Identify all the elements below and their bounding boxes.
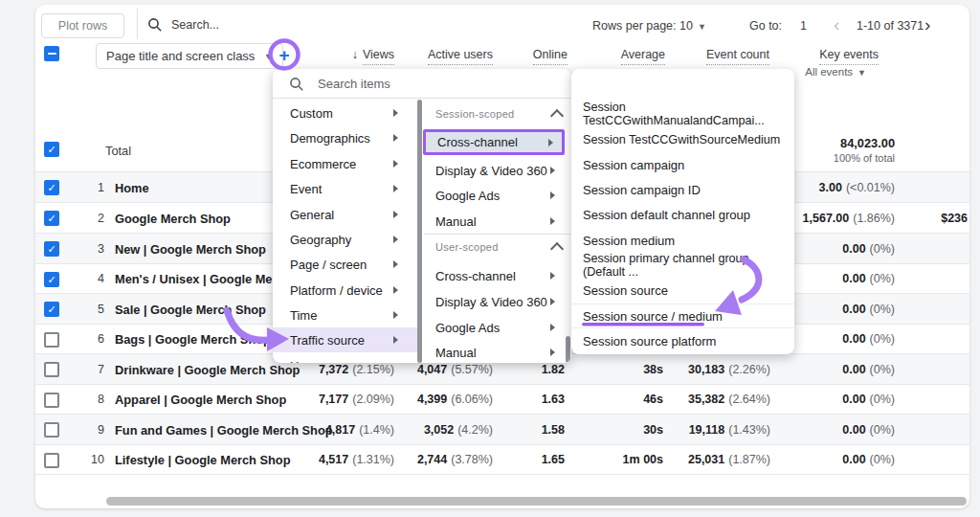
collapse-icon[interactable] [550, 109, 564, 123]
table-row[interactable]: 9 Fun and Games | Google Merch Shop 4,81… [35, 415, 969, 445]
submenu-item-google-ads-user[interactable]: Google Ads [424, 315, 568, 340]
row-checkbox[interactable] [44, 422, 59, 438]
dimension-option[interactable]: Session primary channel group (Default .… [571, 253, 794, 278]
prev-page-icon[interactable]: ‹ [834, 17, 839, 33]
active-users-cell: 4,399(6.06%) [417, 385, 493, 414]
next-page-icon[interactable]: › [924, 17, 930, 33]
submenu-arrow-icon [393, 336, 398, 344]
goto-label: Go to: [749, 19, 782, 33]
column-header-active-users[interactable]: Active users [428, 48, 493, 65]
search-input[interactable]: Search... [171, 18, 219, 32]
toolbar-divider [137, 9, 138, 39]
column-header-views[interactable]: ↓ Views [352, 48, 394, 65]
row-checkbox[interactable]: ✓ [44, 272, 59, 287]
total-row-checkbox[interactable]: ✓ [44, 142, 59, 157]
key-events-cell: 1,567.00(1.86%) [803, 203, 895, 233]
menu-item-general[interactable]: General [273, 202, 418, 227]
select-all-checkbox[interactable] [44, 46, 59, 61]
menu-item-platform-device[interactable]: Platform / device [273, 278, 418, 303]
dimension-option[interactable]: Session source platform [571, 328, 794, 353]
row-index: 8 [79, 393, 104, 406]
submenu-arrow-icon [550, 167, 555, 174]
plot-rows-button[interactable]: Plot rows [41, 13, 124, 38]
dimension-option[interactable]: Session medium [571, 228, 794, 253]
row-index: 4 [79, 272, 104, 285]
horizontal-scrollbar[interactable] [106, 497, 967, 506]
submenu-item-manual-session[interactable]: Manual [424, 209, 568, 234]
row-checkbox[interactable] [44, 393, 59, 408]
column-header-event-count[interactable]: Event count [706, 48, 769, 65]
row-index: 10 [79, 453, 104, 466]
dimension-option[interactable]: Session TestCCGwithManualandCampai... [571, 101, 794, 126]
menu-item-event[interactable]: Event [273, 176, 418, 201]
menu-search-input[interactable]: Search items [318, 77, 390, 91]
goto-input[interactable]: 1 [800, 19, 807, 33]
row-index: 3 [79, 242, 104, 256]
submenu-item-cross-channel-user[interactable]: Cross-channel [424, 263, 568, 288]
key-events-filter[interactable]: All events▼ [805, 66, 866, 78]
menu-item-user[interactable]: User [273, 353, 418, 363]
dimension-option[interactable]: Session source [571, 278, 794, 303]
submenu-arrow-icon [550, 324, 555, 331]
rows-per-page-select[interactable]: 10▼ [679, 19, 706, 33]
row-label: Drinkware | Google Merch Shop [115, 362, 300, 376]
total-key-events-share: 100% of total [834, 152, 895, 164]
views-cell: 7,177(2.09%) [319, 385, 394, 414]
dimension-option[interactable]: Session campaign ID [571, 177, 794, 202]
dimension-option[interactable]: Session default channel group [571, 202, 794, 227]
row-index: 6 [79, 332, 104, 346]
dimension-selector[interactable]: Page title and screen class▼ [96, 43, 283, 69]
menu-item-custom[interactable]: Custom [273, 101, 418, 125]
row-checkbox[interactable]: ✓ [44, 302, 59, 317]
row-index: 2 [79, 212, 104, 225]
views-cell: 4,517(1.31%) [319, 445, 394, 474]
submenu-item-dv360-session[interactable]: Display & Video 360 [424, 158, 568, 183]
row-index: 7 [79, 363, 104, 376]
session-scoped-header[interactable]: Session-scoped [435, 108, 514, 120]
submenu-item-dv360-user[interactable]: Display & Video 360 [424, 289, 568, 314]
column-header-online[interactable]: Online [533, 48, 568, 65]
submenu-arrow-icon [393, 185, 398, 192]
submenu-item-cross-channel-session[interactable]: Cross-channel [423, 129, 565, 155]
collapse-icon[interactable] [550, 242, 564, 256]
dimension-option[interactable]: Session TestCCGwithSourceMedium [571, 127, 794, 152]
submenu-item-google-ads-session[interactable]: Google Ads [424, 183, 568, 208]
row-checkbox[interactable] [44, 332, 59, 348]
menu-item-demographics[interactable]: Demographics [273, 125, 418, 150]
row-label: Home [115, 180, 149, 194]
menu-item-time[interactable]: Time [273, 303, 418, 327]
event-count-cell: 35,382(2.64%) [688, 385, 770, 414]
submenu-scrollbar[interactable] [566, 336, 570, 363]
key-events-cell: 0.00(0%) [842, 234, 895, 263]
active-users-cell: 2,744(3.78%) [417, 445, 493, 474]
row-checkbox[interactable]: ✓ [44, 180, 59, 195]
submenu-item-manual-user[interactable]: Manual [424, 340, 568, 363]
menu-item-ecommerce[interactable]: Ecommerce [273, 151, 418, 176]
menu-item-page-screen[interactable]: Page / screen [273, 252, 418, 277]
submenu-arrow-icon [393, 134, 398, 142]
dimension-option[interactable]: Session campaign [571, 152, 794, 177]
dimension-option-session-source-medium[interactable]: Session source / medium [571, 303, 794, 328]
views-per-user-cell: 1.63 [542, 385, 565, 414]
total-label: Total [105, 144, 131, 158]
column-header-key-events[interactable]: Key events [819, 48, 879, 65]
user-scoped-header[interactable]: User-scoped [435, 241, 499, 253]
menu-divider [273, 98, 571, 99]
row-checkbox[interactable] [44, 453, 59, 468]
menu-item-geography[interactable]: Geography [273, 227, 418, 252]
add-dimension-button[interactable]: + [273, 44, 296, 67]
key-events-cell: 0.00(0%) [842, 325, 895, 353]
table-row[interactable]: 10 Lifestyle | Google Merch Shop 4,517(1… [35, 445, 969, 475]
submenu-arrow-icon [550, 191, 555, 199]
views-per-user-cell: 1.58 [542, 415, 565, 444]
key-events-cell: 0.00(0%) [842, 294, 895, 324]
column-header-average[interactable]: Average [621, 48, 665, 65]
table-row[interactable]: 8 Apparel | Google Merch Shop 7,177(2.09… [35, 385, 969, 415]
row-checkbox[interactable]: ✓ [44, 211, 59, 226]
row-checkbox[interactable]: ✓ [44, 241, 59, 257]
row-checkbox[interactable] [44, 362, 59, 377]
menu-item-traffic-source[interactable]: Traffic source [273, 327, 418, 352]
menu-scrollbar[interactable] [417, 100, 422, 363]
ga4-report-screen: Plot rows Search... Rows per page: 10▼ G… [0, 0, 980, 517]
submenu-arrow-icon [550, 217, 555, 225]
